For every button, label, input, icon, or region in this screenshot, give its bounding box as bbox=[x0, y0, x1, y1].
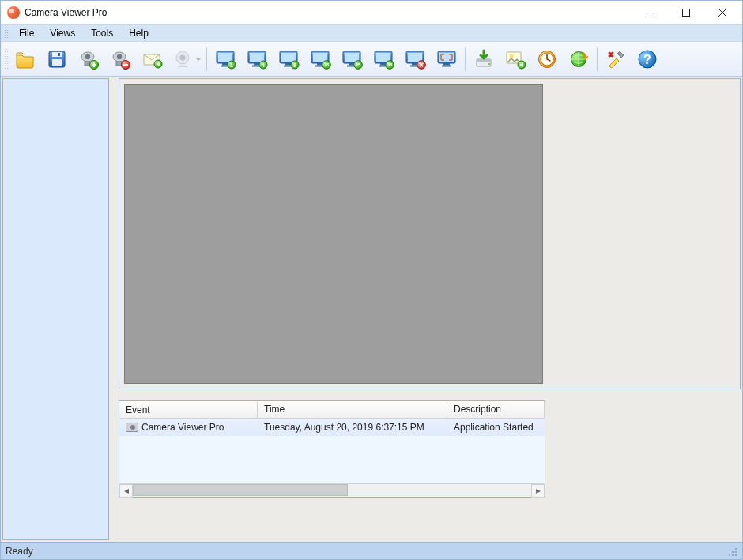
preview-frame bbox=[119, 78, 741, 389]
minimize-button[interactable] bbox=[632, 1, 668, 24]
events-col-time[interactable]: Time bbox=[258, 401, 447, 418]
monitor-16-icon: 16 bbox=[309, 48, 331, 70]
schedule-button[interactable] bbox=[531, 44, 563, 74]
events-horizontal-scrollbar[interactable]: ◂ ▸ bbox=[119, 483, 545, 497]
video-preview[interactable] bbox=[124, 84, 543, 384]
grid-36-button[interactable]: 36 bbox=[368, 44, 399, 74]
window-title: Camera Viewer Pro bbox=[25, 7, 632, 18]
fullscreen-button[interactable] bbox=[431, 44, 462, 74]
webcam-dropdown-button[interactable] bbox=[168, 44, 204, 74]
add-camera-button[interactable] bbox=[73, 44, 104, 74]
svg-rect-3 bbox=[52, 59, 62, 66]
svg-point-64 bbox=[488, 62, 490, 64]
events-col-description[interactable]: Description bbox=[447, 401, 545, 418]
svg-point-77 bbox=[732, 554, 734, 556]
grid-4-button[interactable]: 4 bbox=[241, 44, 273, 74]
svg-text:25: 25 bbox=[356, 62, 361, 67]
svg-point-6 bbox=[85, 54, 90, 58]
grid-25-button[interactable]: 25 bbox=[336, 44, 368, 74]
monitor-25-icon: 25 bbox=[341, 48, 363, 70]
svg-rect-30 bbox=[281, 53, 296, 62]
scroll-track[interactable] bbox=[133, 484, 531, 498]
svg-rect-18 bbox=[218, 53, 232, 62]
events-cell-event-text: Camera Viewer Pro bbox=[141, 422, 224, 433]
email-button[interactable] bbox=[136, 44, 168, 74]
close-button[interactable] bbox=[704, 1, 741, 24]
open-folder-button[interactable] bbox=[9, 44, 41, 74]
menu-views[interactable]: Views bbox=[42, 26, 83, 40]
scroll-thumb[interactable] bbox=[133, 484, 348, 496]
resize-grip-icon[interactable] bbox=[726, 546, 737, 557]
camera-mini-icon bbox=[126, 423, 138, 432]
status-text: Ready bbox=[6, 546, 33, 557]
monitor-36-icon: 36 bbox=[372, 48, 394, 70]
picture-export-icon bbox=[504, 48, 526, 70]
toolbar-separator bbox=[465, 47, 466, 71]
svg-point-75 bbox=[735, 551, 737, 553]
grid-1-button[interactable]: 1 bbox=[209, 44, 241, 74]
webcam-icon bbox=[172, 48, 194, 70]
monitor-9-icon: 9 bbox=[277, 48, 300, 70]
monitor-stop-icon bbox=[404, 48, 426, 70]
camera-remove-icon bbox=[109, 48, 131, 70]
envelope-icon bbox=[141, 48, 163, 70]
clock-icon bbox=[536, 48, 558, 70]
svg-rect-54 bbox=[408, 53, 422, 62]
svg-rect-2 bbox=[52, 52, 62, 57]
events-empty-area bbox=[119, 436, 545, 483]
camera-add-icon bbox=[77, 48, 100, 70]
export-image-button[interactable] bbox=[500, 44, 531, 74]
monitor-stop-button[interactable] bbox=[399, 44, 431, 74]
events-col-event[interactable]: Event bbox=[119, 401, 258, 418]
svg-text:9: 9 bbox=[293, 62, 296, 67]
main-panel: Event Time Description Camera Viewer Pro… bbox=[119, 78, 741, 540]
svg-rect-0 bbox=[683, 9, 690, 16]
svg-point-16 bbox=[180, 54, 186, 60]
folder-open-icon bbox=[14, 48, 36, 70]
title-bar: Camera Viewer Pro bbox=[1, 1, 742, 24]
menu-tools[interactable]: Tools bbox=[83, 26, 121, 40]
monitor-1-icon: 1 bbox=[214, 48, 236, 70]
camera-tree-panel[interactable] bbox=[2, 78, 109, 540]
svg-text:16: 16 bbox=[324, 62, 330, 67]
svg-point-73 bbox=[735, 548, 737, 550]
events-row[interactable]: Camera Viewer Pro Tuesday, August 20, 20… bbox=[119, 419, 545, 436]
svg-point-66 bbox=[510, 54, 514, 58]
toolbar-separator bbox=[206, 47, 207, 71]
svg-point-74 bbox=[732, 551, 734, 553]
help-button[interactable]: ? bbox=[632, 44, 663, 74]
events-cell-event: Camera Viewer Pro bbox=[119, 420, 258, 434]
toolbar-separator bbox=[597, 47, 598, 71]
menu-help[interactable]: Help bbox=[121, 26, 157, 40]
svg-rect-48 bbox=[376, 53, 390, 62]
save-button[interactable] bbox=[41, 44, 73, 74]
menu-file[interactable]: File bbox=[11, 26, 42, 40]
svg-point-10 bbox=[117, 54, 122, 58]
events-grid: Event Time Description Camera Viewer Pro… bbox=[119, 401, 545, 483]
events-cell-description: Application Started bbox=[447, 420, 545, 434]
monitor-fullscreen-icon bbox=[436, 48, 458, 70]
maximize-button[interactable] bbox=[668, 1, 704, 24]
events-panel: Event Time Description Camera Viewer Pro… bbox=[119, 400, 545, 498]
client-area: Event Time Description Camera Viewer Pro… bbox=[1, 77, 742, 542]
settings-button[interactable] bbox=[600, 44, 632, 74]
app-icon bbox=[7, 6, 20, 19]
tools-icon bbox=[605, 48, 627, 70]
scroll-right-icon[interactable]: ▸ bbox=[531, 484, 545, 498]
toolbar-grip-icon bbox=[4, 48, 8, 70]
events-header-row: Event Time Description bbox=[119, 401, 545, 419]
svg-rect-42 bbox=[345, 53, 359, 62]
download-button[interactable] bbox=[468, 44, 500, 74]
svg-point-78 bbox=[735, 554, 737, 556]
remove-camera-button[interactable] bbox=[104, 44, 136, 74]
grid-16-button[interactable]: 16 bbox=[304, 44, 336, 74]
menu-bar: File Views Tools Help bbox=[1, 24, 742, 42]
refresh-button[interactable] bbox=[563, 44, 594, 74]
svg-point-76 bbox=[729, 554, 730, 556]
globe-refresh-icon bbox=[568, 48, 590, 70]
scroll-left-icon[interactable]: ◂ bbox=[119, 484, 133, 498]
svg-text:4: 4 bbox=[262, 62, 265, 67]
grid-9-button[interactable]: 9 bbox=[273, 44, 304, 74]
svg-rect-4 bbox=[58, 53, 60, 56]
svg-rect-61 bbox=[442, 65, 451, 66]
